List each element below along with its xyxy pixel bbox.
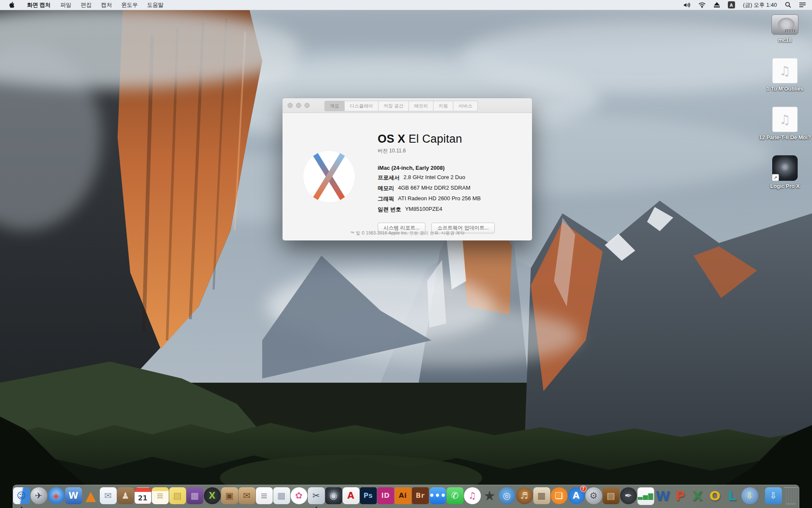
- tab-메모리[interactable]: 메모리: [409, 101, 433, 111]
- hard-disk-icon: [771, 14, 798, 35]
- launchpad-dock-item[interactable]: ✈: [30, 487, 47, 506]
- downloads-folder-dock-item[interactable]: ⇩: [765, 487, 782, 506]
- volume-icon[interactable]: [679, 0, 694, 10]
- postcard-app-dock-item[interactable]: ▦: [273, 487, 290, 506]
- pages-09-dock-item[interactable]: ✒: [620, 487, 637, 506]
- app-store-dock-item[interactable]: A7: [568, 487, 585, 506]
- spec-list: 프로세서2.8 GHz Intel Core 2 Duo메모리4GB 667 M…: [378, 174, 495, 213]
- idvd-icon: ◎: [499, 487, 516, 504]
- vlc-icon: ▲: [82, 487, 99, 504]
- stuffit-expander-dock-item[interactable]: ▣: [221, 487, 238, 506]
- menu-item-캡처[interactable]: 캡처: [96, 0, 117, 10]
- word-dock-item[interactable]: W: [655, 487, 672, 506]
- keynote-09-icon: ▤: [603, 487, 620, 504]
- acrobat-icon: A: [343, 487, 359, 504]
- garageband-icon: ♬: [516, 487, 533, 504]
- reminders-dock-item[interactable]: ≡: [256, 487, 273, 506]
- mail-dock-item[interactable]: ✉: [100, 487, 117, 506]
- trash-dock-item[interactable]: [782, 487, 799, 506]
- about-this-mac-window[interactable]: 개요디스플레이저장 공간메모리지원서비스 OS X El Capitan 버전 …: [283, 98, 532, 240]
- spec-value: 2.8 GHz Intel Core 2 Duo: [403, 174, 465, 182]
- window-title-bar[interactable]: 개요디스플레이저장 공간메모리지원서비스: [283, 98, 532, 113]
- wifi-icon[interactable]: [694, 0, 710, 10]
- ibooks-dock-item[interactable]: ❏: [551, 487, 568, 506]
- imovie-dock-item[interactable]: ★: [481, 487, 498, 506]
- safari-dock-item[interactable]: ◈: [48, 487, 65, 506]
- tab-개요[interactable]: 개요: [324, 101, 345, 111]
- photos-icon: ✿: [291, 487, 307, 504]
- postcard-app-icon: ▦: [273, 487, 290, 504]
- keynote-09-dock-item[interactable]: ▤: [603, 487, 620, 506]
- menu-left: 화면 캡처 파일편집캡처윈도우도움말: [0, 0, 168, 10]
- audio-file-1[interactable]: ♫1 Tu M'Oublies: [759, 58, 811, 92]
- illustrator-icon: Ai: [395, 487, 411, 504]
- itunes-dock-item[interactable]: ♫: [464, 487, 481, 506]
- about-overview-pane: OS X El Capitan 버전 10.11.6 iMac (24-inch…: [283, 113, 532, 241]
- desktop-icon-label: 12 Parle-T-Il De Moi?: [759, 135, 811, 141]
- facetime-dock-item[interactable]: ✆: [447, 487, 464, 506]
- photo-collage-app-dock-item[interactable]: ▦: [533, 487, 550, 506]
- menu-item-파일[interactable]: 파일: [56, 0, 76, 10]
- bridge-icon: Br: [412, 487, 429, 504]
- garageband-dock-item[interactable]: ♬: [516, 487, 533, 506]
- eject-icon[interactable]: [710, 0, 724, 10]
- spec-label: 그래픽: [378, 195, 394, 203]
- illustrator-dock-item[interactable]: Ai: [395, 487, 411, 506]
- outlook-dock-item[interactable]: O: [707, 487, 724, 506]
- powerpoint-icon: P: [672, 487, 689, 504]
- lync-dock-item[interactable]: L: [724, 487, 741, 506]
- tab-서비스[interactable]: 서비스: [453, 101, 478, 111]
- logic-pro-x-alias[interactable]: ↗Logic Pro X: [759, 155, 811, 190]
- menu-item-편집[interactable]: 편집: [76, 0, 96, 10]
- notes-dock-item[interactable]: ≡: [152, 487, 169, 506]
- calendar-icon: 21: [134, 487, 151, 504]
- notification-center-icon[interactable]: [795, 0, 812, 10]
- messages-dock-item[interactable]: •••: [429, 487, 446, 506]
- indesign-dock-item[interactable]: ID: [377, 487, 394, 506]
- minimize-button[interactable]: [296, 103, 301, 108]
- input-source-menu[interactable]: A: [724, 0, 739, 10]
- contacts-dock-item[interactable]: ♟: [117, 487, 134, 506]
- close-button[interactable]: [288, 103, 293, 108]
- logic-pro-x-dock-item[interactable]: ◉: [325, 487, 342, 506]
- disk-mc18[interactable]: mc18: [759, 14, 811, 44]
- zoom-button[interactable]: [304, 103, 310, 108]
- reminders-icon: ≡: [256, 487, 273, 504]
- active-app-menu[interactable]: 화면 캡처: [22, 0, 56, 10]
- calendar-dock-item[interactable]: 21: [134, 487, 151, 506]
- photos-dock-item[interactable]: ✿: [291, 487, 307, 506]
- apple-menu[interactable]: [0, 0, 22, 10]
- menu-item-윈도우[interactable]: 윈도우: [117, 0, 143, 10]
- tab-저장 공간[interactable]: 저장 공간: [379, 101, 409, 111]
- purple-box-app-dock-item[interactable]: ▦: [187, 487, 203, 506]
- about-tabs: 개요디스플레이저장 공간메모리지원서비스: [324, 101, 478, 111]
- finder-dock-item[interactable]: ☺: [13, 487, 30, 506]
- x-viewer-app-dock-item[interactable]: X: [204, 487, 221, 506]
- menu-item-도움말[interactable]: 도움말: [143, 0, 168, 10]
- desktop-icon-label: 1 Tu M'Oublies: [766, 86, 803, 92]
- audio-file-2[interactable]: ♫12 Parle-T-Il De Moi?: [759, 107, 811, 141]
- w-globe-app-icon: W: [65, 487, 82, 504]
- grab-screen-capture-dock-item[interactable]: ✂: [308, 487, 325, 506]
- dropstuff-icon: ✉: [239, 487, 255, 504]
- vlc-dock-item[interactable]: ▲: [82, 487, 99, 506]
- idvd-dock-item[interactable]: ◎: [499, 487, 516, 506]
- outlook-icon: O: [707, 487, 724, 504]
- document-connection-dock-item[interactable]: ⇩: [741, 487, 758, 506]
- photoshop-dock-item[interactable]: Ps: [360, 487, 377, 506]
- menu-clock[interactable]: (금) 오후 1:40: [739, 0, 781, 10]
- numbers-09-icon: ▃▅▇: [637, 487, 654, 505]
- excel-dock-item[interactable]: X: [689, 487, 706, 506]
- dropstuff-dock-item[interactable]: ✉: [239, 487, 255, 506]
- system-preferences-dock-item[interactable]: ⚙: [585, 487, 602, 506]
- w-globe-app-dock-item[interactable]: W: [65, 487, 82, 506]
- acrobat-dock-item[interactable]: A: [343, 487, 359, 506]
- spotlight-icon[interactable]: [781, 0, 795, 10]
- bridge-dock-item[interactable]: Br: [412, 487, 429, 506]
- stickies-dock-item[interactable]: ▤: [169, 487, 186, 506]
- numbers-09-dock-item[interactable]: ▃▅▇: [637, 487, 654, 506]
- about-content: OS X El Capitan 버전 10.11.6 iMac (24-inch…: [378, 133, 495, 233]
- powerpoint-dock-item[interactable]: P: [672, 487, 689, 506]
- tab-디스플레이[interactable]: 디스플레이: [345, 101, 379, 111]
- tab-지원[interactable]: 지원: [433, 101, 453, 111]
